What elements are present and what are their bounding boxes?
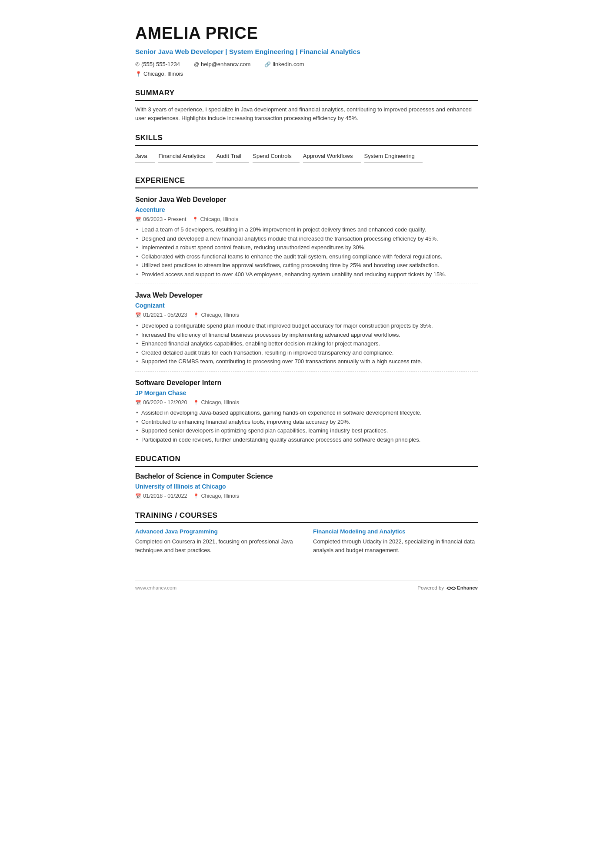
experience-entry: Java Web DeveloperCognizant 📅 01/2021 - … [135, 290, 478, 371]
edu-dates: 01/2018 - 01/2022 [143, 492, 187, 500]
job-location-item: 📍 Chicago, Illinois [193, 399, 239, 407]
edu-pin-icon: 📍 [193, 493, 199, 500]
email-icon: @ [194, 60, 199, 68]
training-item: Advanced Java ProgrammingCompleted on Co… [135, 527, 300, 554]
job-bullet: Collaborated with cross-functional teams… [135, 252, 478, 261]
job-bullet: Implemented a robust spend control featu… [135, 243, 478, 252]
summary-section: SUMMARY With 3 years of experience, I sp… [135, 87, 478, 123]
skill-item: Approval Workflows [303, 150, 361, 163]
job-bullet: Utilized best practices to streamline ap… [135, 261, 478, 270]
training-item: Financial Modeling and AnalyticsComplete… [313, 527, 478, 554]
skills-row: JavaFinancial AnalyticsAudit TrailSpend … [135, 150, 478, 166]
job-location: Chicago, Illinois [201, 399, 239, 407]
job-dates: 06/2023 - Present [143, 215, 186, 224]
job-bullets: Assisted in developing Java-based applic… [135, 409, 478, 444]
location-value: Chicago, Illinois [143, 70, 183, 78]
job-dates-item: 📅 01/2021 - 05/2023 [135, 311, 187, 319]
job-bullet: Supported senior developers in optimizin… [135, 426, 478, 435]
skill-item: Spend Controls [253, 150, 300, 163]
experience-entry: Senior Java Web DeveloperAccenture 📅 06/… [135, 194, 478, 285]
cal-icon: 📅 [135, 312, 141, 319]
pin-icon: 📍 [193, 312, 199, 319]
footer-brand: Powered by Enhancv [417, 584, 478, 592]
training-grid: Advanced Java ProgrammingCompleted on Co… [135, 527, 478, 554]
job-meta: 📅 01/2021 - 05/2023 📍 Chicago, Illinois [135, 311, 478, 319]
resume-page: AMELIA PRICE Senior Java Web Developer |… [111, 0, 502, 618]
job-bullet: Developed a configurable spend plan modu… [135, 322, 478, 330]
job-title: Senior Java Web Developer [135, 194, 478, 205]
linkedin-contact: 🔗 linkedin.com [264, 60, 304, 69]
job-company: Cognizant [135, 301, 478, 310]
job-meta: 📅 06/2020 - 12/2020 📍 Chicago, Illinois [135, 399, 478, 407]
skill-item: Audit Trail [216, 150, 249, 163]
edu-cal-icon: 📅 [135, 493, 141, 500]
candidate-title: Senior Java Web Developer | System Engin… [135, 47, 478, 57]
phone-value: (555) 555-1234 [141, 60, 180, 69]
job-bullet: Created detailed audit trails for each t… [135, 349, 478, 357]
experience-heading: EXPERIENCE [135, 175, 478, 188]
job-bullets: Lead a team of 5 developers, resulting i… [135, 225, 478, 278]
training-section: TRAINING / COURSES Advanced Java Program… [135, 510, 478, 555]
job-bullet: Contributed to enhancing financial analy… [135, 418, 478, 426]
skill-item: System Engineering [364, 150, 423, 163]
job-bullet: Designed and developed a new financial a… [135, 235, 478, 243]
edu-location: Chicago, Illinois [201, 492, 239, 500]
link-icon: 🔗 [264, 60, 271, 68]
edu-school: University of Illinois at Chicago [135, 482, 478, 491]
cal-icon: 📅 [135, 216, 141, 223]
job-bullets: Developed a configurable spend plan modu… [135, 322, 478, 366]
education-heading: EDUCATION [135, 453, 478, 467]
email-value: help@enhancv.com [201, 60, 250, 69]
job-meta: 📅 06/2023 - Present 📍 Chicago, Illinois [135, 215, 478, 224]
job-bullet: Enhanced financial analytics capabilitie… [135, 339, 478, 348]
training-heading: TRAINING / COURSES [135, 510, 478, 523]
linkedin-value: linkedin.com [273, 60, 304, 69]
enhancv-logo-svg [446, 585, 456, 591]
footer-website: www.enhancv.com [135, 584, 177, 592]
job-dates-item: 📅 06/2023 - Present [135, 215, 186, 224]
candidate-name: AMELIA PRICE [135, 21, 478, 46]
summary-text: With 3 years of experience, I specialize… [135, 105, 478, 123]
skills-heading: SKILLS [135, 132, 478, 146]
job-bullet: Lead a team of 5 developers, resulting i… [135, 225, 478, 234]
enhancv-brand-name: Enhancv [457, 584, 478, 592]
job-dates-item: 📅 06/2020 - 12/2020 [135, 399, 187, 407]
edu-meta: 📅 01/2018 - 01/2022 📍 Chicago, Illinois [135, 492, 478, 500]
powered-by-label: Powered by [417, 584, 444, 592]
skills-section: SKILLS JavaFinancial AnalyticsAudit Trai… [135, 132, 478, 165]
experience-entry: Software Developer InternJP Morgan Chase… [135, 378, 478, 444]
job-location-item: 📍 Chicago, Illinois [193, 311, 239, 319]
skill-item: Financial Analytics [158, 150, 213, 163]
email-contact: @ help@enhancv.com [194, 60, 250, 69]
exp-separator [135, 284, 478, 284]
job-title: Java Web Developer [135, 290, 478, 301]
training-course-title: Advanced Java Programming [135, 527, 300, 536]
experience-section: EXPERIENCE Senior Java Web DeveloperAcce… [135, 175, 478, 444]
location-icon: 📍 [135, 70, 142, 78]
job-bullet: Supported the CRMBS team, contributing t… [135, 357, 478, 366]
cal-icon: 📅 [135, 399, 141, 406]
job-location: Chicago, Illinois [201, 311, 239, 319]
job-company: Accenture [135, 205, 478, 214]
phone-contact: ✆ (555) 555-1234 [135, 60, 180, 69]
education-section: EDUCATION Bachelor of Science in Compute… [135, 453, 478, 500]
header: AMELIA PRICE Senior Java Web Developer |… [135, 21, 478, 78]
enhancv-logo: Enhancv [446, 584, 478, 592]
training-course-desc: Completed through Udacity in 2022, speci… [313, 537, 478, 554]
summary-heading: SUMMARY [135, 87, 478, 101]
footer: www.enhancv.com Powered by Enhancv [135, 580, 478, 592]
location-row: 📍 Chicago, Illinois [135, 70, 478, 78]
training-course-title: Financial Modeling and Analytics [313, 527, 478, 536]
job-location: Chicago, Illinois [200, 215, 238, 224]
experience-list: Senior Java Web DeveloperAccenture 📅 06/… [135, 194, 478, 444]
edu-degree: Bachelor of Science in Computer Science [135, 471, 478, 482]
job-title: Software Developer Intern [135, 378, 478, 388]
phone-icon: ✆ [135, 60, 140, 68]
job-dates: 01/2021 - 05/2023 [143, 311, 187, 319]
job-bullet: Provided access and support to over 400 … [135, 270, 478, 279]
training-course-desc: Completed on Coursera in 2021, focusing … [135, 537, 300, 554]
edu-location-item: 📍 Chicago, Illinois [193, 492, 239, 500]
job-dates: 06/2020 - 12/2020 [143, 399, 187, 407]
pin-icon: 📍 [192, 216, 198, 223]
job-bullet: Participated in code reviews, further un… [135, 436, 478, 444]
